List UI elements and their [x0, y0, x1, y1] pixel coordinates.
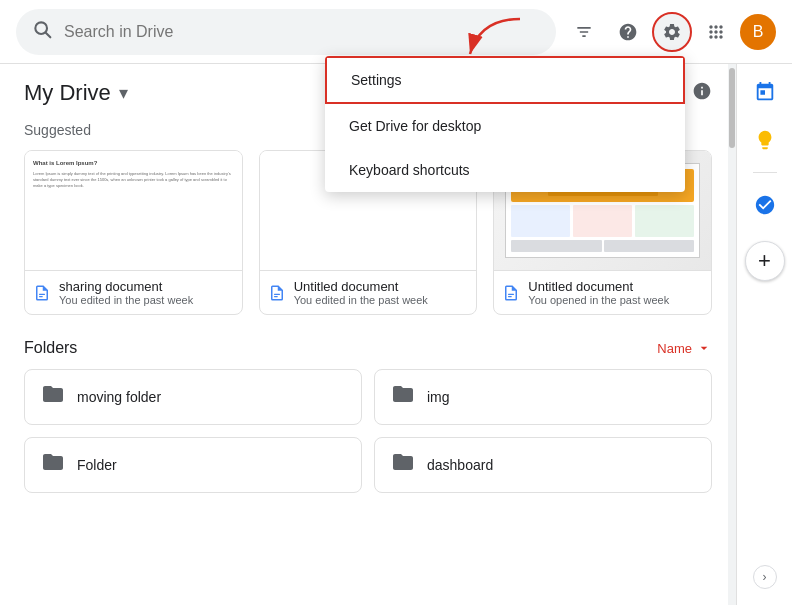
doc-file-icon-0 [33, 284, 51, 302]
folder-icon-1 [391, 382, 415, 412]
right-sidebar: + › [736, 64, 792, 605]
scrollbar[interactable] [728, 64, 736, 605]
folder-name-1: img [427, 389, 450, 405]
doc-sub-2: You opened in the past week [528, 294, 669, 306]
doc-file-icon-1 [268, 284, 286, 302]
doc-card-0[interactable]: What is Lorem Ipsum? Lorem Ipsum is simp… [24, 150, 243, 315]
settings-button[interactable] [652, 12, 692, 52]
folder-name-2: Folder [77, 457, 117, 473]
doc-name-1: Untitled document [294, 279, 428, 294]
sidebar-tasks-icon[interactable] [745, 185, 785, 225]
doc-info-text-0: sharing document You edited in the past … [59, 279, 193, 306]
header-actions: B [564, 12, 776, 52]
drive-title: My Drive [24, 80, 111, 106]
svg-rect-2 [39, 293, 45, 294]
avatar[interactable]: B [740, 14, 776, 50]
doc-file-icon-2 [502, 284, 520, 302]
folder-item-3[interactable]: dashboard [374, 437, 712, 493]
sort-button[interactable]: Name [657, 340, 712, 356]
folder-name-3: dashboard [427, 457, 493, 473]
filter-button[interactable] [564, 12, 604, 52]
svg-rect-4 [274, 293, 280, 294]
doc-name-2: Untitled document [528, 279, 669, 294]
doc-name-0: sharing document [59, 279, 193, 294]
scroll-thumb[interactable] [729, 68, 735, 148]
folder-icon-2 [41, 450, 65, 480]
folder-name-0: moving folder [77, 389, 161, 405]
search-icon [32, 19, 52, 44]
info-icon[interactable] [692, 81, 712, 106]
dropdown-item-settings[interactable]: Settings [325, 56, 685, 104]
doc-card-info-2: Untitled document You opened in the past… [494, 271, 711, 314]
folder-icon-3 [391, 450, 415, 480]
svg-rect-6 [508, 293, 514, 294]
folder-icon-0 [41, 382, 65, 412]
help-button[interactable] [608, 12, 648, 52]
svg-rect-7 [508, 296, 512, 297]
folder-item-1[interactable]: img [374, 369, 712, 425]
doc-sub-1: You edited in the past week [294, 294, 428, 306]
doc-info-text-2: Untitled document You opened in the past… [528, 279, 669, 306]
sidebar-divider [753, 172, 777, 173]
drive-dropdown-icon[interactable]: ▾ [119, 82, 128, 104]
svg-line-1 [46, 33, 51, 38]
sidebar-calendar-icon[interactable] [745, 72, 785, 112]
doc-preview-0: What is Lorem Ipsum? Lorem Ipsum is simp… [25, 151, 242, 271]
doc-info-text-1: Untitled document You edited in the past… [294, 279, 428, 306]
dropdown-item-keyboard[interactable]: Keyboard shortcuts [325, 148, 685, 192]
doc-card-info-0: sharing document You edited in the past … [25, 271, 242, 314]
sidebar-add-button[interactable]: + [745, 241, 785, 281]
folders-header: Folders Name [24, 339, 712, 357]
folders-grid: moving folder img Folder dashboard [24, 369, 712, 493]
header: B [0, 0, 792, 64]
sidebar-keep-icon[interactable] [745, 120, 785, 160]
svg-rect-3 [39, 296, 43, 297]
dropdown-menu: Settings Get Drive for desktop Keyboard … [325, 56, 685, 192]
dropdown-item-desktop[interactable]: Get Drive for desktop [325, 104, 685, 148]
folder-item-2[interactable]: Folder [24, 437, 362, 493]
svg-rect-5 [274, 296, 278, 297]
sidebar-expand-button[interactable]: › [753, 565, 777, 589]
search-input[interactable] [64, 23, 540, 41]
search-bar[interactable] [16, 9, 556, 55]
folder-item-0[interactable]: moving folder [24, 369, 362, 425]
sort-label: Name [657, 341, 692, 356]
doc-sub-0: You edited in the past week [59, 294, 193, 306]
folders-label: Folders [24, 339, 77, 357]
doc-card-info-1: Untitled document You edited in the past… [260, 271, 477, 314]
apps-button[interactable] [696, 12, 736, 52]
